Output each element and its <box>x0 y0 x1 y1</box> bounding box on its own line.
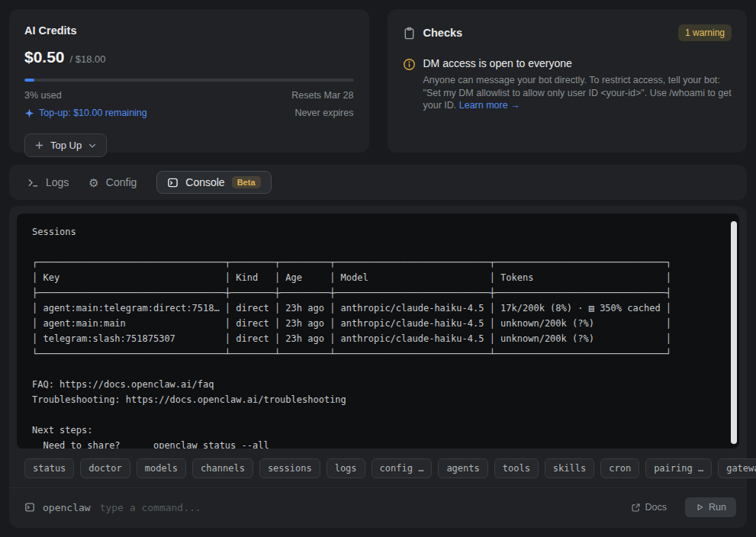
chip-channels[interactable]: channels <box>192 458 253 478</box>
credits-total: / $18.00 <box>70 53 106 65</box>
chip-models[interactable]: models <box>137 458 186 478</box>
command-input[interactable] <box>98 501 619 514</box>
topup-remaining-label: Top-up: $10.00 remaining <box>39 108 147 118</box>
command-bar: openclaw Docs Run <box>9 487 747 528</box>
chip-tools[interactable]: tools <box>494 458 539 478</box>
play-icon <box>695 503 704 512</box>
credits-amount-row: $0.50 / $18.00 <box>24 48 354 66</box>
docs-label: Docs <box>645 502 667 513</box>
credits-progress-bar <box>24 79 354 82</box>
credits-resets-label: Resets Mar 28 <box>291 90 353 101</box>
page: AI Credits $0.50 / $18.00 3% used Resets… <box>0 0 756 537</box>
plus-icon <box>34 140 44 150</box>
tab-console[interactable]: Console Beta <box>156 171 271 194</box>
info-icon <box>403 58 416 112</box>
console-text: Sessions ┌──────────────────────────────… <box>17 214 739 449</box>
topup-remaining-link[interactable]: Top-up: $10.00 remaining <box>24 108 147 118</box>
command-prompt-label: openclaw <box>43 502 91 513</box>
top-up-button-label: Top Up <box>50 140 82 151</box>
chip-sessions[interactable]: sessions <box>259 458 320 478</box>
credits-expires-label: Never expires <box>294 108 353 118</box>
chip-status[interactable]: status <box>24 458 74 478</box>
run-button-label: Run <box>709 502 726 513</box>
external-link-icon <box>631 503 641 513</box>
warning-title: DM access is open to everyone <box>423 57 732 69</box>
chip-pairing[interactable]: pairing … <box>645 458 712 478</box>
console-scrollbar-thumb[interactable] <box>731 221 737 444</box>
chip-cron[interactable]: cron <box>600 458 639 478</box>
tab-logs[interactable]: Logs <box>27 172 69 193</box>
credits-title: AI Credits <box>24 24 354 37</box>
chip-gateway[interactable]: gateway <box>718 458 756 478</box>
chip-agents[interactable]: agents <box>438 458 487 478</box>
warning-item: DM access is open to everyone Anyone can… <box>403 57 732 112</box>
top-row: AI Credits $0.50 / $18.00 3% used Resets… <box>9 9 747 153</box>
ai-credits-card: AI Credits $0.50 / $18.00 3% used Resets… <box>9 9 369 153</box>
credits-amount: $0.50 <box>24 48 65 66</box>
gear-icon: ⚙ <box>88 177 98 188</box>
console-card: Sessions ┌──────────────────────────────… <box>9 206 747 528</box>
credits-progress-fill <box>24 79 34 82</box>
run-button[interactable]: Run <box>685 497 736 517</box>
warning-body: Anyone can message your bot directly. To… <box>423 74 732 112</box>
docs-link[interactable]: Docs <box>626 501 671 513</box>
tab-logs-label: Logs <box>46 176 69 188</box>
credits-usage-row: 3% used Resets Mar 28 <box>24 90 354 101</box>
chip-config[interactable]: config … <box>372 458 433 478</box>
top-up-button[interactable]: Top Up <box>24 133 107 157</box>
warning-count-badge: 1 warning <box>678 24 732 41</box>
checks-header: Checks 1 warning <box>403 24 732 41</box>
credits-topup-row: Top-up: $10.00 remaining Never expires <box>24 108 354 118</box>
console-icon <box>167 177 179 188</box>
tab-console-label: Console <box>185 176 224 188</box>
tabs-bar: Logs ⚙ Config Console Beta <box>9 165 747 200</box>
chevron-down-icon <box>88 141 97 150</box>
chip-doctor[interactable]: doctor <box>80 458 130 478</box>
console-output[interactable]: Sessions ┌──────────────────────────────… <box>17 214 739 449</box>
tab-config[interactable]: ⚙ Config <box>88 172 137 193</box>
beta-badge: Beta <box>232 176 261 188</box>
command-chips-row: statusdoctormodelschannelssessionslogsco… <box>9 449 747 487</box>
chip-logs[interactable]: logs <box>327 458 365 478</box>
command-terminal-icon <box>24 502 35 513</box>
credits-used-label: 3% used <box>24 90 62 101</box>
tab-config-label: Config <box>106 176 137 188</box>
learn-more-link[interactable]: Learn more → <box>459 100 520 111</box>
sparkle-icon <box>24 108 34 118</box>
chip-skills[interactable]: skills <box>545 458 594 478</box>
clipboard-icon <box>403 27 416 40</box>
checks-title: Checks <box>423 27 463 39</box>
checks-card: Checks 1 warning DM access is open to ev… <box>388 9 748 153</box>
terminal-prompt-icon <box>27 177 39 188</box>
warning-content: DM access is open to everyone Anyone can… <box>423 57 732 112</box>
